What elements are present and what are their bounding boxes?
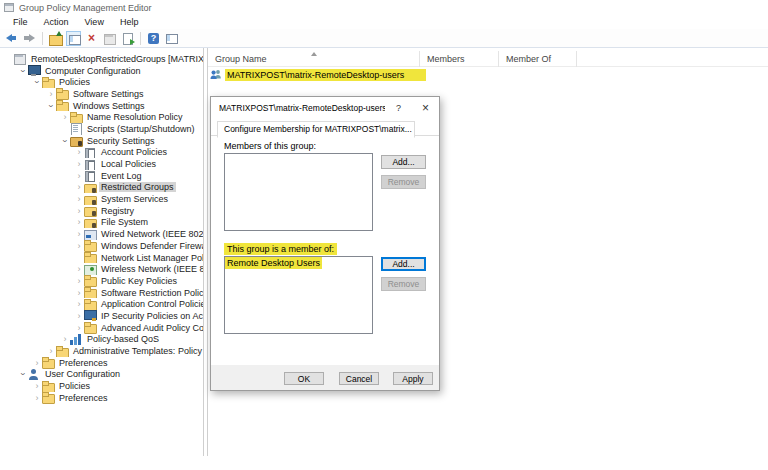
tree-item[interactable]: ›Restricted Groups	[0, 182, 203, 194]
list-item[interactable]: Remote Desktop Users	[225, 257, 322, 269]
ok-button[interactable]: OK	[284, 372, 324, 385]
tree-item-label: Software Settings	[71, 89, 146, 99]
show-console-tree-icon[interactable]	[66, 31, 81, 46]
forward-arrow-icon[interactable]	[22, 31, 37, 46]
new-window-icon[interactable]	[164, 31, 179, 46]
chevron-right-icon[interactable]: ›	[74, 182, 84, 192]
tree-item[interactable]: ›Event Log	[0, 170, 203, 182]
chevron-right-icon[interactable]: ›	[74, 171, 84, 181]
tree-item[interactable]: ›Application Control Policies	[0, 298, 203, 310]
folder-icon	[56, 100, 68, 111]
tree-item[interactable]: Network List Manager Policies	[0, 252, 203, 264]
chevron-right-icon[interactable]: ›	[60, 334, 70, 344]
back-arrow-icon[interactable]	[4, 31, 19, 46]
chevron-right-icon[interactable]: ›	[74, 147, 84, 157]
column-header-member-of[interactable]: Member Of	[499, 51, 577, 67]
chevron-right-icon[interactable]: ›	[74, 276, 84, 286]
tree-item[interactable]: ›Registry	[0, 205, 203, 217]
chevron-right-icon[interactable]: ›	[60, 112, 70, 122]
chevron-right-icon[interactable]: ›	[74, 264, 84, 274]
tree-item[interactable]: ›Name Resolution Policy	[0, 111, 203, 123]
tree-item[interactable]: ›Account Policies	[0, 147, 203, 159]
properties-icon[interactable]	[102, 31, 117, 46]
add-members-button[interactable]: Add...	[381, 155, 426, 169]
tree-item[interactable]: ›Preferences	[0, 392, 203, 404]
tree-item-label: User Configuration	[43, 369, 122, 379]
dialog-close-icon[interactable]: ×	[412, 97, 439, 119]
help-icon[interactable]	[146, 31, 161, 46]
tree-item-label: Preferences	[57, 393, 110, 403]
chevron-right-icon[interactable]: ›	[74, 206, 84, 216]
members-listbox[interactable]	[224, 153, 373, 231]
chevron-right-icon[interactable]: ›	[74, 311, 84, 321]
menu-file[interactable]: File	[5, 16, 36, 28]
chevron-right-icon[interactable]: ›	[32, 393, 42, 403]
chevron-right-icon[interactable]: ›	[74, 299, 84, 309]
tree-item[interactable]: ›Software Settings	[0, 88, 203, 100]
tree-item[interactable]: ›IP Security Policies on Active Directo	[0, 310, 203, 322]
tree-item[interactable]: ›Security Settings	[0, 135, 203, 147]
tree-item[interactable]: ›User Configuration	[0, 369, 203, 381]
dialog-titlebar: MATRIXPOST\matrix-RemoteDesktop-users Pr…	[211, 97, 439, 119]
app-window-icon	[4, 3, 14, 12]
secdoc-icon	[84, 159, 96, 170]
chevron-right-icon[interactable]: ›	[32, 358, 42, 368]
tree-item[interactable]: ›Windows Settings	[0, 100, 203, 112]
tree-item[interactable]: ›Windows Defender Firewall with Adv	[0, 240, 203, 252]
tree-item[interactable]: ›Administrative Templates: Policy defini…	[0, 345, 203, 357]
chevron-right-icon[interactable]: ›	[74, 241, 84, 251]
tree-item-label: Restricted Groups	[99, 182, 176, 192]
member-of-listbox[interactable]: Remote Desktop Users	[224, 256, 373, 334]
chevron-down-icon[interactable]: ›	[18, 369, 28, 379]
export-list-icon[interactable]	[120, 31, 135, 46]
cancel-button[interactable]: Cancel	[339, 372, 379, 385]
tab-configure-membership[interactable]: Configure Membership for MATRIXPOST\matr…	[217, 121, 415, 138]
chevron-down-icon[interactable]: ›	[18, 66, 28, 76]
group-row-name[interactable]: MATRIXPOST\matrix-RemoteDesktop-users	[225, 69, 426, 81]
tree-item[interactable]: ›Public Key Policies	[0, 275, 203, 287]
menu-action[interactable]: Action	[36, 16, 77, 28]
tree-item[interactable]: ›Policies	[0, 380, 203, 392]
tree-item-label: Wired Network (IEEE 802.3) Policies	[99, 229, 203, 239]
tree-item[interactable]: ›File System	[0, 217, 203, 229]
tree-item[interactable]: ›Computer Configuration	[0, 65, 203, 77]
menu-help[interactable]: Help	[112, 16, 147, 28]
chevron-right-icon[interactable]: ›	[74, 159, 84, 169]
folder-icon	[84, 299, 96, 310]
chevron-right-icon[interactable]: ›	[46, 346, 56, 356]
tree-item[interactable]: ›Wired Network (IEEE 802.3) Policies	[0, 228, 203, 240]
tree-item[interactable]: ›Software Restriction Policies	[0, 287, 203, 299]
up-one-level-icon[interactable]	[48, 31, 63, 46]
dialog-title: MATRIXPOST\matrix-RemoteDesktop-users Pr…	[211, 97, 385, 119]
column-header-members[interactable]: Members	[420, 51, 499, 67]
menu-view[interactable]: View	[77, 16, 112, 28]
tree-item[interactable]: ›Policies	[0, 76, 203, 88]
chevron-right-icon[interactable]: ›	[74, 229, 84, 239]
chevron-down-icon[interactable]: ›	[46, 101, 56, 111]
tree-item[interactable]: ›Advanced Audit Policy Configuratio	[0, 322, 203, 334]
tree-item-label: Preferences	[57, 358, 110, 368]
add-member-of-button[interactable]: Add...	[381, 257, 426, 271]
chevron-right-icon[interactable]: ›	[74, 323, 84, 333]
chevron-right-icon[interactable]: ›	[32, 381, 42, 391]
delete-icon[interactable]: ×	[84, 31, 99, 46]
tree-item-label: Scripts (Startup/Shutdown)	[85, 124, 197, 134]
chevron-right-icon[interactable]: ›	[74, 288, 84, 298]
chevron-right-icon[interactable]: ›	[74, 194, 84, 204]
tree-item[interactable]: ›Wireless Network (IEEE 802.11) Polic	[0, 263, 203, 275]
tree-item-label: Account Policies	[99, 147, 169, 157]
tree-item[interactable]: RemoteDesktopRestrictedGroups [MATRIXDC-…	[0, 53, 203, 65]
chevron-down-icon[interactable]: ›	[32, 77, 42, 87]
chevron-right-icon[interactable]: ›	[46, 89, 56, 99]
folder-icon	[84, 240, 96, 251]
dialog-help-button[interactable]: ?	[385, 97, 412, 119]
tree-item[interactable]: Scripts (Startup/Shutdown)	[0, 123, 203, 135]
tree-item[interactable]: ›Policy-based QoS	[0, 334, 203, 346]
tree-item[interactable]: ›Local Policies	[0, 158, 203, 170]
chevron-right-icon[interactable]: ›	[74, 217, 84, 227]
apply-button[interactable]: Apply	[393, 372, 433, 385]
tree-item[interactable]: ›Preferences	[0, 357, 203, 369]
chevron-down-icon[interactable]: ›	[60, 136, 70, 146]
table-row[interactable]: MATRIXPOST\matrix-RemoteDesktop-users	[208, 68, 768, 81]
tree-item[interactable]: ›System Services	[0, 193, 203, 205]
